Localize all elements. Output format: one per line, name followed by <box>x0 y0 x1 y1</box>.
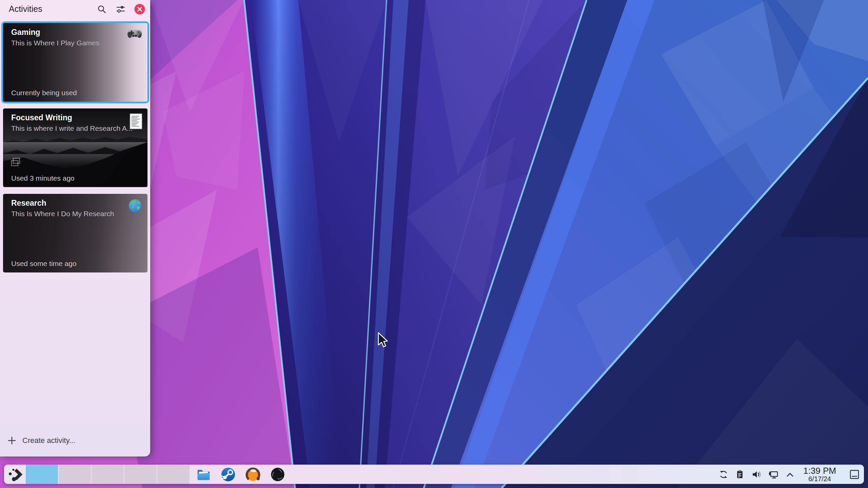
application-launcher-icon <box>7 466 23 483</box>
steam-icon <box>220 467 236 482</box>
virtual-desktop-pager <box>26 465 190 484</box>
show-desktop-button[interactable] <box>849 469 860 480</box>
activity-description: This Is Where I Do My Research <box>11 210 114 218</box>
obs-studio-button[interactable] <box>270 467 285 482</box>
system-tray: 1:39 PM 6/17/24 <box>718 466 864 483</box>
sidebar-title: Activities <box>9 4 42 14</box>
activity-card-research[interactable]: Research This Is Where I Do My Research … <box>3 194 147 272</box>
document-icon <box>130 113 142 131</box>
gamepad-icon <box>127 28 142 41</box>
pager-desktop-4[interactable] <box>124 465 157 484</box>
create-activity-label: Create activity... <box>22 436 75 445</box>
show-desktop-icon <box>849 469 860 480</box>
sidebar-header-actions <box>96 3 145 15</box>
updates-tray-button[interactable] <box>718 469 729 480</box>
pager-desktop-1[interactable] <box>26 465 58 484</box>
activity-card-gaming[interactable]: Gaming This is Where I Play Games Curren… <box>3 23 147 102</box>
dolphin-icon <box>196 467 211 482</box>
activity-card-focused-writing[interactable]: Focused Writing This is where I write an… <box>3 108 147 187</box>
clipboard-icon <box>735 469 745 480</box>
activity-description: This is Where I Play Games <box>11 39 99 47</box>
display-icon <box>768 469 779 480</box>
display-tray-button[interactable] <box>768 469 779 480</box>
activity-name: Focused Writing <box>11 113 72 122</box>
updates-icon <box>718 469 729 480</box>
lutris-icon <box>245 467 261 482</box>
activity-name: Gaming <box>11 28 40 37</box>
activity-status: Currently being used <box>11 89 77 97</box>
volume-icon <box>751 469 762 480</box>
filter-icon <box>115 4 126 14</box>
pager-desktop-5[interactable] <box>157 465 190 484</box>
volume-tray-button[interactable] <box>751 469 762 480</box>
activities-sidebar: Activities Gaming Th <box>0 0 150 456</box>
activity-description: This is where I write and Research A... <box>11 124 133 133</box>
create-activity-button[interactable]: Create activity... <box>7 435 75 446</box>
task-manager <box>196 467 285 482</box>
configure-button[interactable] <box>115 3 126 15</box>
clipboard-tray-button[interactable] <box>735 469 745 480</box>
obs-icon <box>270 467 285 482</box>
taskbar-panel: 1:39 PM 6/17/24 <box>4 465 864 484</box>
activity-name: Research <box>11 199 46 208</box>
application-launcher-button[interactable] <box>4 465 26 484</box>
expand-tray-button[interactable] <box>785 470 795 479</box>
close-icon <box>134 3 145 15</box>
search-button[interactable] <box>96 3 107 15</box>
clock-time: 1:39 PM <box>803 466 836 475</box>
windows-overlay-icon <box>10 157 21 169</box>
pager-desktop-3[interactable] <box>92 465 124 484</box>
activity-status: Used some time ago <box>11 260 77 268</box>
search-icon <box>97 4 107 14</box>
clock-date: 6/17/24 <box>803 475 836 483</box>
pager-desktop-2[interactable] <box>59 465 91 484</box>
plus-icon <box>7 435 17 446</box>
globe-icon <box>128 199 142 214</box>
activity-status: Used 3 minutes ago <box>11 174 75 182</box>
steam-button[interactable] <box>220 467 236 482</box>
chevron-up-icon <box>785 470 795 479</box>
close-button[interactable] <box>134 3 145 15</box>
lutris-button[interactable] <box>245 467 261 482</box>
digital-clock[interactable]: 1:39 PM 6/17/24 <box>803 466 836 483</box>
dolphin-file-manager-button[interactable] <box>196 467 211 482</box>
